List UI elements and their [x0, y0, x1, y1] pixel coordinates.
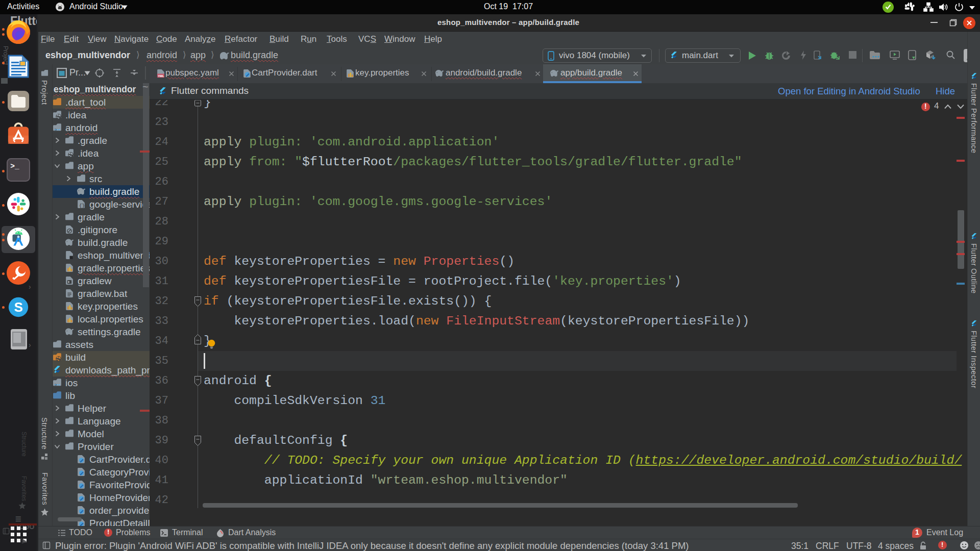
svg-text:S: S — [14, 300, 22, 314]
svg-text:>_: >_ — [10, 162, 19, 170]
